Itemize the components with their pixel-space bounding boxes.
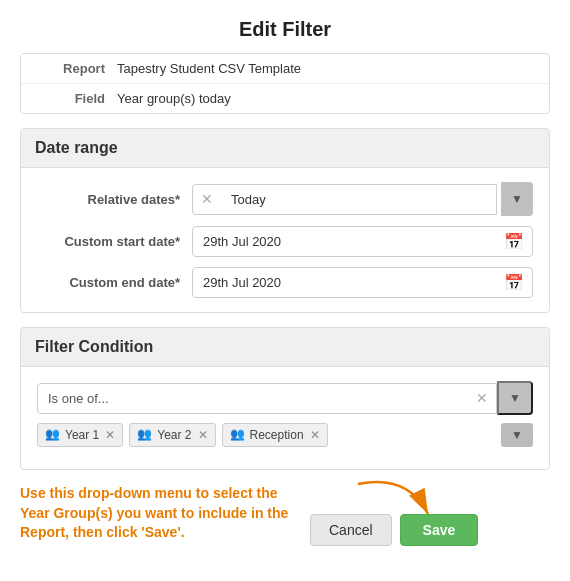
tag-year2-label: Year 2 [157, 428, 191, 442]
filter-condition-body: Is one of... ✕ ▼ 👥 Year 1 ✕ 👥 Year 2 ✕ 👥… [21, 367, 549, 469]
tag-reception-icon: 👥 [230, 427, 246, 443]
tag-reception-label: Reception [250, 428, 304, 442]
custom-start-label: Custom start date* [37, 234, 192, 249]
custom-start-control[interactable]: 📅 [192, 226, 533, 257]
filter-dropdown-row: Is one of... ✕ ▼ [37, 381, 533, 415]
tag-year1-label: Year 1 [65, 428, 99, 442]
report-value: Tapestry Student CSV Template [117, 61, 301, 76]
filter-condition-header: Filter Condition [21, 328, 549, 367]
custom-start-row: Custom start date* 📅 [37, 226, 533, 257]
annotation-footer-row: Use this drop-down menu to select the Ye… [0, 484, 570, 562]
page-title: Edit Filter [0, 0, 570, 53]
date-range-body: Relative dates* ✕ ▼ Custom start date* 📅… [21, 168, 549, 312]
filter-dropdown-btn[interactable]: ▼ [497, 381, 533, 415]
annotation-text: Use this drop-down menu to select the Ye… [20, 484, 300, 543]
custom-start-input[interactable] [193, 227, 496, 256]
calendar-icon-start[interactable]: 📅 [496, 232, 532, 251]
custom-end-control[interactable]: 📅 [192, 267, 533, 298]
tag-reception-remove[interactable]: ✕ [310, 428, 320, 442]
filter-clear-icon[interactable]: ✕ [468, 390, 496, 406]
tag-year2-remove[interactable]: ✕ [198, 428, 208, 442]
tag-year1-icon: 👥 [45, 427, 61, 443]
relative-dates-clear-icon[interactable]: ✕ [193, 191, 221, 207]
filter-select-wrap[interactable]: Is one of... ✕ [37, 383, 497, 414]
annotation-arrow [348, 474, 438, 524]
report-row: Report Tapestry Student CSV Template [21, 54, 549, 84]
custom-end-row: Custom end date* 📅 [37, 267, 533, 298]
relative-dates-control[interactable]: ✕ ▼ [192, 182, 533, 216]
report-label: Report [37, 61, 117, 76]
relative-dates-input[interactable] [221, 185, 496, 214]
filter-select-text: Is one of... [38, 384, 468, 413]
relative-dates-dropdown-btn[interactable]: ▼ [501, 182, 533, 216]
custom-end-label: Custom end date* [37, 275, 192, 290]
info-table: Report Tapestry Student CSV Template Fie… [20, 53, 550, 114]
tag-year1-remove[interactable]: ✕ [105, 428, 115, 442]
field-row: Field Year group(s) today [21, 84, 549, 113]
tags-dropdown-btn[interactable]: ▼ [501, 423, 533, 447]
tag-year1: 👥 Year 1 ✕ [37, 423, 123, 447]
tag-year2-icon: 👥 [137, 427, 153, 443]
calendar-icon-end[interactable]: 📅 [496, 273, 532, 292]
field-label: Field [37, 91, 117, 106]
filter-condition-section: Filter Condition Is one of... ✕ ▼ 👥 Year… [20, 327, 550, 470]
arrow-and-buttons: Cancel Save [310, 484, 478, 546]
date-range-section: Date range Relative dates* ✕ ▼ Custom st… [20, 128, 550, 313]
relative-dates-label: Relative dates* [37, 192, 192, 207]
tags-row: 👥 Year 1 ✕ 👥 Year 2 ✕ 👥 Reception ✕ ▼ [37, 423, 533, 447]
tag-reception: 👥 Reception ✕ [222, 423, 328, 447]
relative-dates-row: Relative dates* ✕ ▼ [37, 182, 533, 216]
date-range-header: Date range [21, 129, 549, 168]
custom-end-input[interactable] [193, 268, 496, 297]
field-value: Year group(s) today [117, 91, 231, 106]
tag-year2: 👥 Year 2 ✕ [129, 423, 215, 447]
